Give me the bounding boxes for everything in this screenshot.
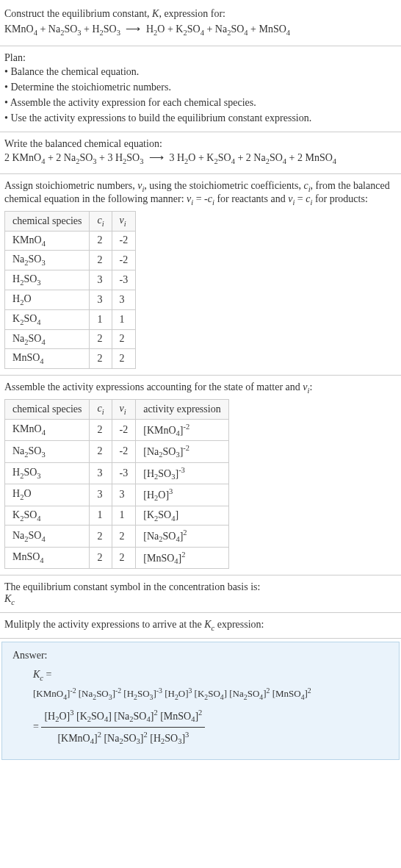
cell-nui: 2 [112, 329, 136, 349]
table-row: KMnO42-2 [5, 231, 136, 251]
balanced-section: Write the balanced chemical equation: 2 … [0, 132, 401, 175]
cell-nui: 2 [112, 349, 136, 369]
table-row: K2SO411 [5, 309, 136, 329]
cell-ci: 1 [90, 309, 112, 329]
answer-section: Answer: Kc = [KMnO4]-2 [Na2SO3]-2 [H2SO3… [0, 639, 401, 763]
activity-table: chemical species ci νi activity expressi… [4, 399, 229, 569]
cell-nui: 1 [112, 506, 136, 526]
cell-ci: 3 [90, 290, 112, 309]
plan-section: Plan: • Balance the chemical equation. •… [0, 46, 401, 132]
cell-ci: 2 [90, 526, 112, 547]
table-row: H2SO33-3 [5, 270, 136, 290]
cell-nui: 1 [112, 309, 136, 329]
cell-activity: [Na2SO3]-2 [136, 441, 228, 462]
cell-activity: [Na2SO4]2 [136, 526, 228, 547]
activity-section: Assemble the activity expressions accoun… [0, 376, 401, 575]
equals-sign: = [33, 721, 39, 732]
cell-nui: -2 [112, 419, 136, 440]
plan-item: • Balance the chemical equation. [4, 64, 397, 79]
cell-nui: -2 [112, 231, 136, 251]
cell-activity: [KMnO4]-2 [136, 419, 228, 440]
answer-body: Kc = [KMnO4]-2 [Na2SO3]-2 [H2SO3]-3 [H2O… [12, 666, 389, 749]
table-row: Na2SO32-2[Na2SO3]-2 [5, 441, 229, 462]
cell-nui: 2 [112, 526, 136, 547]
plan-item: • Assemble the activity expression for e… [4, 95, 397, 110]
multiply-section: Mulitply the activity expressions to arr… [0, 613, 401, 639]
cell-activity: [H2O]3 [136, 484, 228, 506]
kc-equals: Kc = [33, 666, 389, 685]
cell-species: Na2SO3 [5, 441, 90, 462]
balanced-equation: 2 KMnO4 + 2 Na2SO3 + 3 H2SO3 ⟶ 3 H2O + K… [4, 150, 397, 168]
cell-species: H2O [5, 290, 90, 309]
table-row: Na2SO32-2 [5, 251, 136, 270]
kc-fraction-line: = [H2O]3 [K2SO4] [Na2SO4]2 [MnSO4]2 [KMn… [33, 706, 389, 749]
cell-species: MnSO4 [5, 547, 90, 568]
cell-ci: 2 [90, 251, 112, 270]
symbol-kc: Kc [4, 593, 397, 606]
kc-denominator: [KMnO4]2 [Na2SO3]2 [H2SO3]3 [41, 728, 205, 748]
table-row: KMnO42-2[KMnO4]-2 [5, 419, 229, 440]
cell-nui: -2 [112, 251, 136, 270]
cell-species: H2O [5, 484, 90, 506]
stoich-table: chemical species ci νi KMnO42-2 Na2SO32-… [4, 211, 136, 369]
table-header-row: chemical species ci νi [5, 211, 136, 231]
cell-species: K2SO4 [5, 506, 90, 526]
cell-ci: 3 [90, 462, 112, 484]
intro-section: Construct the equilibrium constant, K, e… [0, 0, 401, 46]
kc-fraction: [H2O]3 [K2SO4] [Na2SO4]2 [MnSO4]2 [KMnO4… [41, 706, 205, 749]
cell-ci: 3 [90, 270, 112, 290]
table-row: MnSO422 [5, 349, 136, 369]
assign-text: Assign stoichiometric numbers, νi, using… [4, 180, 397, 207]
cell-species: MnSO4 [5, 349, 90, 369]
cell-activity: [H2SO3]-3 [136, 462, 228, 484]
cell-nui: -3 [112, 270, 136, 290]
col-species: chemical species [5, 211, 90, 231]
balanced-title: Write the balanced chemical equation: [4, 138, 397, 150]
cell-nui: 3 [112, 290, 136, 309]
cell-ci: 2 [90, 419, 112, 440]
cell-species: Na2SO4 [5, 329, 90, 349]
cell-activity: [MnSO4]2 [136, 547, 228, 568]
answer-label: Answer: [12, 650, 389, 661]
cell-species: H2SO3 [5, 462, 90, 484]
table-row: Na2SO422 [5, 329, 136, 349]
symbol-line1: The equilibrium constant symbol in the c… [4, 581, 397, 593]
cell-species: K2SO4 [5, 309, 90, 329]
multiply-title: Mulitply the activity expressions to arr… [4, 619, 397, 632]
cell-nui: -3 [112, 462, 136, 484]
answer-box: Answer: Kc = [KMnO4]-2 [Na2SO3]-2 [H2SO3… [1, 642, 400, 760]
cell-nui: -2 [112, 441, 136, 462]
cell-species: H2SO3 [5, 270, 90, 290]
plan-title: Plan: [4, 52, 397, 64]
table-row: K2SO411[K2SO4] [5, 506, 229, 526]
cell-nui: 2 [112, 547, 136, 568]
plan-item: • Determine the stoichiometric numbers. [4, 79, 397, 95]
cell-ci: 2 [90, 547, 112, 568]
table-row: H2SO33-3[H2SO3]-3 [5, 462, 229, 484]
cell-ci: 2 [90, 231, 112, 251]
col-nui: νi [112, 211, 136, 231]
assign-section: Assign stoichiometric numbers, νi, using… [0, 174, 401, 376]
intro-line1: Construct the equilibrium constant, K, e… [4, 6, 397, 21]
cell-species: Na2SO4 [5, 526, 90, 547]
kc-numerator: [H2O]3 [K2SO4] [Na2SO4]2 [MnSO4]2 [41, 706, 205, 728]
symbol-section: The equilibrium constant symbol in the c… [0, 575, 401, 613]
cell-activity: [K2SO4] [136, 506, 228, 526]
cell-species: Na2SO3 [5, 251, 90, 270]
plan-item: • Use the activity expressions to build … [4, 110, 397, 126]
table-row: H2O33[H2O]3 [5, 484, 229, 506]
col-species: chemical species [5, 399, 90, 419]
table-header-row: chemical species ci νi activity expressi… [5, 399, 229, 419]
table-row: H2O33 [5, 290, 136, 309]
col-nui: νi [112, 399, 136, 419]
intro-equation: KMnO4 + Na2SO3 + H2SO3 ⟶ H2O + K2SO4 + N… [4, 21, 397, 40]
col-ci: ci [90, 399, 112, 419]
cell-nui: 3 [112, 484, 136, 506]
cell-ci: 2 [90, 349, 112, 369]
col-ci: ci [90, 211, 112, 231]
table-row: MnSO422[MnSO4]2 [5, 547, 229, 568]
cell-ci: 2 [90, 441, 112, 462]
cell-ci: 2 [90, 329, 112, 349]
cell-ci: 1 [90, 506, 112, 526]
table-row: Na2SO422[Na2SO4]2 [5, 526, 229, 547]
